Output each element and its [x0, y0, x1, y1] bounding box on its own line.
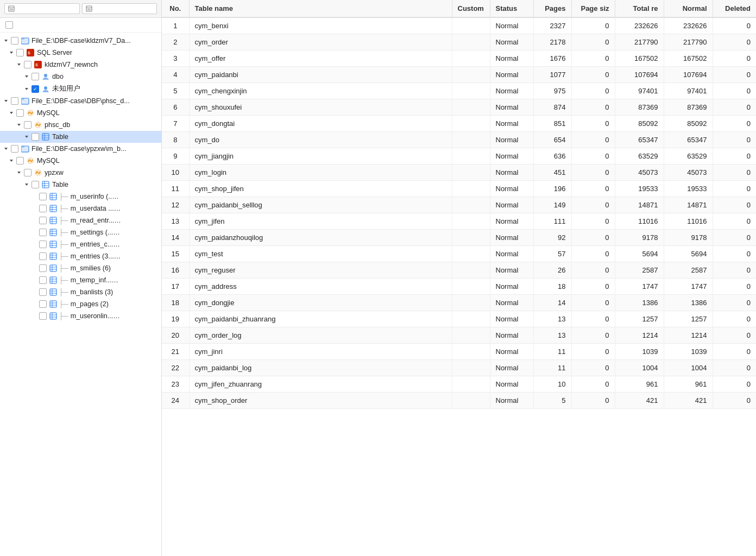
- table-row[interactable]: 14cym_paidanzhouqilogNormal920917891780: [162, 230, 756, 246]
- expander-icon[interactable]: [30, 193, 38, 200]
- table-row[interactable]: 6cym_shouxufeiNormal874087369873690: [162, 99, 756, 116]
- tree-checkbox[interactable]: [11, 145, 18, 153]
- tree-checkbox[interactable]: [39, 312, 47, 320]
- select-all-row[interactable]: [0, 18, 161, 33]
- expander-icon[interactable]: [23, 133, 30, 141]
- expander-icon[interactable]: [30, 264, 38, 272]
- tree-node-n10[interactable]: File_E:\DBF-case\ypzxw\m_b...: [0, 143, 161, 155]
- tree-node-n6[interactable]: File_E:\DBF-case\DBF\phsc_d...: [0, 95, 161, 107]
- table-row[interactable]: 15cym_testNormal570569456940: [162, 246, 756, 262]
- col-header-custom[interactable]: Custom: [452, 0, 490, 17]
- tree-node-n2[interactable]: SSQL Server: [0, 47, 161, 59]
- expander-icon[interactable]: [30, 276, 38, 284]
- tree-checkbox[interactable]: [16, 49, 24, 56]
- tree-checkbox[interactable]: [39, 288, 47, 296]
- table-row[interactable]: 11cym_shop_jifenNormal196019533195330: [162, 181, 756, 197]
- table-row[interactable]: 7cym_dongtaiNormal851085092850920: [162, 116, 756, 132]
- expander-icon[interactable]: [15, 121, 23, 129]
- table-row[interactable]: 24cym_shop_orderNormal504214210: [162, 393, 756, 409]
- tree-checkbox[interactable]: [39, 205, 47, 212]
- expander-icon[interactable]: [2, 97, 10, 105]
- tree-node-n21[interactable]: ├─m_temp_inf...…: [0, 274, 161, 286]
- expander-icon[interactable]: [23, 181, 30, 188]
- tree-checkbox[interactable]: [39, 300, 47, 308]
- expander-icon[interactable]: [23, 73, 30, 80]
- table-container[interactable]: No.Table nameCustomStatusPagesPage sizTo…: [162, 0, 756, 556]
- col-header-totalre[interactable]: Total re: [615, 0, 664, 17]
- col-header-pages[interactable]: Pages: [533, 0, 571, 17]
- expander-icon[interactable]: [8, 49, 15, 56]
- expander-icon[interactable]: [30, 229, 38, 236]
- tree-node-n8[interactable]: phsc_db: [0, 119, 161, 131]
- expander-icon[interactable]: [30, 300, 38, 308]
- tree-node-n3[interactable]: SkldzmV7_newnch: [0, 59, 161, 71]
- table-row[interactable]: 20cym_order_logNormal130121412140: [162, 327, 756, 344]
- tree-checkbox[interactable]: [39, 217, 47, 224]
- table-row[interactable]: 4cym_paidanbiNormal107701076941076940: [162, 67, 756, 83]
- table-row[interactable]: 19cym_paidanbi_zhuanrangNormal1301257125…: [162, 311, 756, 327]
- col-header-deleted[interactable]: Deleted: [713, 0, 756, 17]
- tree-checkbox[interactable]: [32, 181, 39, 188]
- expander-icon[interactable]: [30, 217, 38, 224]
- tree-node-n15[interactable]: ├─m_userdata ...…: [0, 203, 161, 214]
- tree-node-n24[interactable]: ├─m_useronlin...…: [0, 310, 161, 322]
- expander-icon[interactable]: [30, 252, 38, 260]
- tree-checkbox[interactable]: [24, 169, 32, 176]
- tree-node-n11[interactable]: MySQL: [0, 155, 161, 167]
- tree-checkbox[interactable]: [39, 229, 47, 236]
- tree-node-n5[interactable]: ✓未知用户: [0, 83, 161, 95]
- table-row[interactable]: 18cym_dongjieNormal140138613860: [162, 295, 756, 311]
- table-row[interactable]: 9cym_jiangjinNormal636063529635290: [162, 148, 756, 165]
- expander-icon[interactable]: [30, 241, 38, 248]
- expander-icon[interactable]: [30, 205, 38, 212]
- tree-checkbox[interactable]: [39, 252, 47, 260]
- expander-icon[interactable]: [15, 169, 23, 176]
- filter-table-input[interactable]: [82, 3, 158, 14]
- expander-icon[interactable]: [2, 37, 10, 45]
- col-header-no[interactable]: No.: [162, 0, 189, 17]
- tree-checkbox[interactable]: [39, 193, 47, 200]
- tree-node-n16[interactable]: ├─m_read_entr...…: [0, 214, 161, 226]
- table-row[interactable]: 23cym_jifen_zhuanrangNormal1009619610: [162, 376, 756, 393]
- tree-checkbox[interactable]: [32, 73, 39, 80]
- tree-checkbox[interactable]: [24, 61, 32, 68]
- tree-checkbox[interactable]: [32, 133, 39, 141]
- tree-checkbox[interactable]: [24, 121, 32, 129]
- tree-node-n7[interactable]: MySQL: [0, 107, 161, 119]
- tree-checkbox[interactable]: [39, 264, 47, 272]
- table-row[interactable]: 17cym_addressNormal180174717470: [162, 279, 756, 295]
- tree-checkbox[interactable]: [39, 276, 47, 284]
- tree-node-n4[interactable]: dbo: [0, 71, 161, 83]
- table-row[interactable]: 10cym_loginNormal451045073450730: [162, 165, 756, 181]
- table-row[interactable]: 12cym_paidanbi_selllogNormal149014871148…: [162, 197, 756, 213]
- tree-checkbox[interactable]: ✓: [32, 85, 39, 93]
- table-row[interactable]: 16cym_reguserNormal260258725870: [162, 262, 756, 279]
- table-row[interactable]: 5cym_chengxinjinNormal975097401974010: [162, 83, 756, 99]
- tree-node-n13[interactable]: Table: [0, 179, 161, 191]
- table-row[interactable]: 8cym_doNormal654065347653470: [162, 132, 756, 148]
- tree-checkbox[interactable]: [39, 241, 47, 248]
- tree-node-n12[interactable]: ypzxw: [0, 167, 161, 179]
- expander-icon[interactable]: [30, 288, 38, 296]
- filter-library-input[interactable]: [4, 3, 80, 14]
- expander-icon[interactable]: [30, 312, 38, 320]
- tree-node-n1[interactable]: File_E:\DBF-case\kldzmV7_Da...: [0, 35, 161, 47]
- table-row[interactable]: 22cym_paidanbi_logNormal110100410040: [162, 360, 756, 376]
- tree-node-n18[interactable]: ├─m_entries_c...…: [0, 238, 161, 250]
- tree-node-n9[interactable]: Table: [0, 131, 161, 143]
- table-row[interactable]: 13cym_jifenNormal111011016110160: [162, 213, 756, 230]
- col-header-status[interactable]: Status: [490, 0, 533, 17]
- tree-node-n14[interactable]: ├─m_userinfo (..…: [0, 191, 161, 203]
- expander-icon[interactable]: [8, 157, 15, 165]
- tree-checkbox[interactable]: [11, 97, 18, 105]
- tree-checkbox[interactable]: [16, 109, 24, 117]
- table-row[interactable]: 2cym_orderNormal217802177902177900: [162, 34, 756, 50]
- tree-node-n23[interactable]: ├─m_pages (2): [0, 298, 161, 310]
- tree-node-n22[interactable]: ├─m_banlists (3): [0, 286, 161, 298]
- expander-icon[interactable]: [23, 85, 30, 93]
- expander-icon[interactable]: [15, 61, 23, 68]
- expander-icon[interactable]: [8, 109, 15, 117]
- table-row[interactable]: 21cym_jinriNormal110103910390: [162, 344, 756, 360]
- tree-checkbox[interactable]: [16, 157, 24, 165]
- tree-node-n19[interactable]: ├─m_entries (3...…: [0, 250, 161, 262]
